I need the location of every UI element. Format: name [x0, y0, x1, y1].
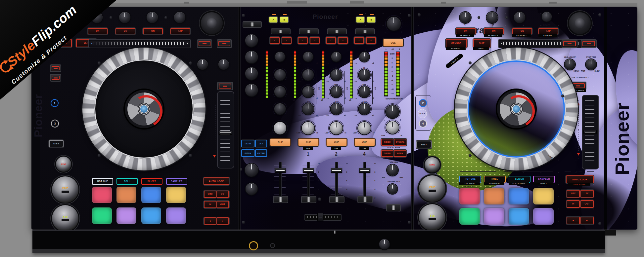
performance-pad[interactable] [166, 207, 186, 224]
pad-mode-hotcue[interactable]: HOT CUE [459, 176, 481, 183]
performance-pad[interactable] [484, 208, 504, 225]
eq-mid-knob[interactable] [274, 86, 286, 97]
loop-in-button[interactable]: IN [567, 200, 580, 208]
colorfx-jet-button[interactable]: JET [255, 140, 267, 147]
eq-mid-knob[interactable] [331, 86, 342, 97]
eq-low-knob[interactable] [302, 103, 314, 115]
fx-route-2-button[interactable]: 2 [282, 37, 292, 44]
stop-time-knob[interactable] [218, 59, 229, 70]
loop-half-button[interactable]: 1/2X [567, 190, 580, 198]
stop-time-knob[interactable] [586, 59, 596, 70]
fx3-knob[interactable] [514, 12, 525, 23]
eq-low-knob[interactable] [359, 103, 370, 115]
fx-route-1-button[interactable]: 1 [270, 37, 280, 44]
grid-adjust-button[interactable] [50, 64, 61, 72]
fx2-knob[interactable] [119, 12, 130, 23]
performance-pad[interactable] [116, 207, 136, 224]
performance-pad[interactable] [92, 207, 112, 224]
fx-route-2-button[interactable]: 2 [310, 37, 320, 44]
fx2-on-button[interactable]: ON [484, 28, 504, 34]
channel-fader-handle[interactable] [359, 168, 370, 173]
pad-mode-roll[interactable]: ROLL [484, 176, 506, 183]
sampler-volume-switch[interactable] [386, 204, 401, 211]
loop-double-button[interactable]: 2X [216, 191, 229, 198]
fx-route-2-button[interactable]: 2 [338, 37, 348, 44]
input-select-switch[interactable] [355, 28, 375, 34]
performance-pad[interactable] [484, 188, 504, 204]
fx2-on-button[interactable]: ON [115, 28, 135, 34]
fx-route-2-button[interactable]: 2 [366, 37, 376, 44]
load-deck3-button[interactable] [217, 39, 232, 48]
deck1-select-button[interactable]: 1 [51, 99, 59, 107]
eq-low-knob[interactable] [331, 103, 342, 115]
fx1-on-button[interactable]: ON [88, 28, 108, 34]
shift-button[interactable]: SHIFT [49, 140, 64, 147]
trim-knob[interactable] [303, 52, 313, 62]
channel-fader-handle[interactable] [331, 168, 342, 173]
headphone-mini-jack[interactable] [270, 243, 275, 248]
load-deck4-button[interactable] [581, 39, 597, 48]
performance-pad[interactable] [92, 187, 112, 203]
loop-out-button[interactable]: OUT [216, 201, 229, 208]
fx1-knob[interactable] [460, 12, 471, 23]
channel-fader-handle[interactable] [303, 168, 314, 173]
headphone-level-knob[interactable] [246, 183, 257, 195]
master-cue-button[interactable]: CUE [383, 39, 403, 47]
performance-pad[interactable] [509, 188, 529, 204]
sync-button[interactable]: SYNC [56, 157, 71, 172]
front-headphone-level-knob[interactable] [379, 239, 390, 249]
headphone-jack[interactable] [249, 241, 258, 250]
fx-tap-button[interactable]: TAP [170, 28, 190, 34]
fx-assign-b-button[interactable]: B [367, 17, 376, 23]
deck4-select-button[interactable]: 4 [419, 120, 427, 128]
mic-eq-knob[interactable] [245, 51, 258, 63]
fx-beats-knob[interactable] [174, 12, 185, 23]
loop-shift-left-button[interactable]: ◄ [567, 217, 580, 224]
fx3-knob[interactable] [147, 12, 158, 23]
loop-shift-right-button[interactable]: ► [580, 217, 594, 224]
channel-cue-button[interactable]: CUE [354, 138, 375, 146]
fx2-knob[interactable] [486, 12, 498, 23]
input-select-switch[interactable] [327, 28, 347, 34]
booth-monitor-knob[interactable] [386, 105, 399, 118]
eq-hi-knob[interactable] [302, 69, 314, 81]
fx-assign-a-button[interactable]: A [269, 17, 278, 23]
fx3-on-button[interactable]: ON [512, 28, 532, 34]
performance-pad[interactable] [459, 208, 480, 225]
fx-assign-a-button[interactable]: A [356, 17, 365, 23]
pad-mode-hotcue[interactable]: HOT CUE [92, 178, 113, 185]
colorfx-pitch-button[interactable]: PITCH [241, 149, 254, 157]
load-deck2-button[interactable] [562, 39, 577, 48]
osc-cymbal-button[interactable]: CYMBAL [394, 139, 406, 146]
mic2-eq-knob[interactable] [245, 84, 258, 96]
loop-half-button[interactable]: 1/2X [204, 191, 216, 198]
pad-mode-slicer[interactable]: SLICER [141, 178, 162, 185]
browse-knob[interactable] [569, 12, 591, 34]
fx-beats-knob[interactable] [542, 12, 552, 22]
fx-tap-button[interactable]: TAP [538, 28, 558, 34]
osc-horn-button[interactable]: HORN [394, 150, 406, 157]
deck2-select-button[interactable]: 2 [419, 99, 427, 107]
crossfader-assign-switch[interactable] [357, 196, 373, 203]
tempo-slider-handle[interactable] [219, 131, 232, 134]
loop-shift-right-button[interactable]: ► [216, 217, 229, 225]
play-pause-button[interactable]: ►/II [52, 205, 78, 232]
fx-assign-b-button[interactable]: B [280, 17, 289, 23]
eq-hi-knob[interactable] [331, 69, 342, 81]
channel-cue-button[interactable]: CUE [326, 138, 347, 146]
performance-pad[interactable] [116, 187, 136, 203]
crossfader-assign-switch[interactable] [273, 196, 288, 203]
loop-double-button[interactable]: 2X [580, 190, 594, 198]
fx1-on-button[interactable]: ON [456, 28, 476, 34]
shift-button[interactable]: SHIFT [416, 141, 432, 148]
channel-filter-knob[interactable] [274, 122, 286, 134]
loop-in-button[interactable]: IN [204, 201, 216, 208]
auto-loop-button[interactable]: AUTO LOOP [566, 175, 594, 183]
input-select-switch[interactable] [299, 28, 319, 34]
osc-parameter-knob[interactable] [388, 184, 397, 194]
performance-pad[interactable] [141, 187, 161, 203]
trim-knob[interactable] [359, 52, 369, 62]
performance-pad[interactable] [166, 187, 186, 203]
osc-volume-knob[interactable] [387, 165, 398, 176]
pad-mode-slicer[interactable]: SLICER [509, 176, 530, 183]
